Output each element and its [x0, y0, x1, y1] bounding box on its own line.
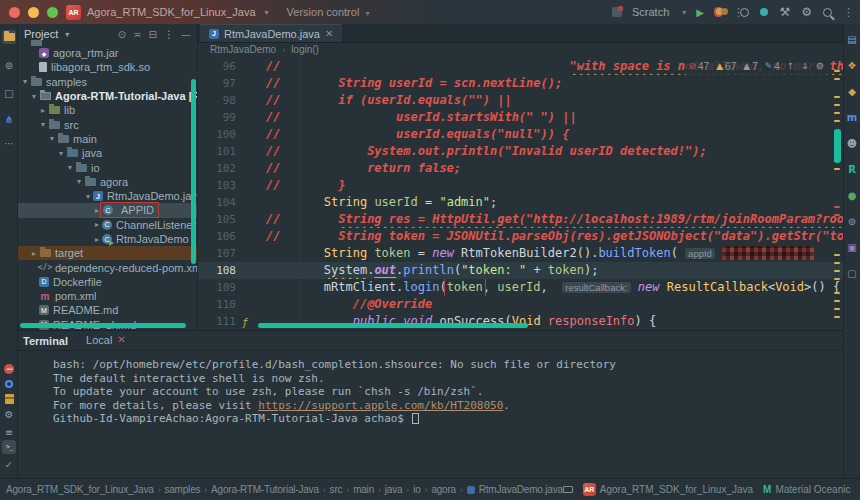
fold-column[interactable] [248, 296, 266, 313]
profile-icon[interactable] [740, 8, 749, 17]
minimize-window-button[interactable] [28, 7, 39, 18]
expand-icon[interactable]: ≍ [133, 29, 141, 40]
line-number[interactable]: 98 [198, 92, 248, 109]
terminal-link[interactable]: https://support.apple.com/kb/HT208050 [258, 399, 503, 412]
tree-expand-icon[interactable]: ▾ [20, 77, 30, 86]
more-actions-icon[interactable]: ⋮ [843, 6, 854, 19]
tree-item-appid[interactable]: ▸CAPPID [18, 203, 197, 217]
error-stripe[interactable] [831, 56, 843, 330]
green-dot-icon[interactable]: ● [845, 188, 859, 202]
locate-icon[interactable]: ⊙ [118, 29, 126, 40]
editor-vertical-scrollbar[interactable] [834, 129, 841, 163]
screenshot-icon[interactable]: ▢ [845, 266, 859, 280]
tree-item-rtmjavademo[interactable]: ▸CRtmJavaDemo [18, 232, 197, 246]
tree-expand-icon[interactable]: ▾ [29, 92, 39, 101]
tree-expand-icon[interactable]: ▾ [74, 177, 84, 186]
zoom-window-button[interactable] [47, 7, 58, 18]
status-breadcrumb-item[interactable]: samples [164, 484, 200, 495]
pull-requests-icon[interactable]: ⋔ [2, 112, 16, 126]
terminal-output[interactable]: bash: /opt/homebrew/etc/profile.d/bash_c… [18, 351, 843, 426]
notifications-icon[interactable]: ⊚ [845, 214, 859, 228]
close-window-button[interactable] [9, 7, 20, 18]
tree-item-readme-md[interactable]: MREADME.md [18, 303, 197, 317]
tree-item-channellistener[interactable]: ▸CChannelListener [18, 218, 197, 232]
tree-expand-icon[interactable]: ▾ [47, 134, 57, 143]
tree-item-agora[interactable]: ▾agora [18, 175, 197, 189]
tree-item-pom-xml[interactable]: mpom.xml [18, 289, 197, 303]
fold-column[interactable] [248, 262, 266, 279]
fold-column[interactable] [248, 160, 266, 177]
options-icon[interactable]: ⋮ [164, 29, 174, 40]
status-theme-widget[interactable]: M Material Oceanic [763, 484, 850, 495]
fold-column[interactable] [248, 92, 266, 109]
purple-tool-icon[interactable]: ▣ [845, 240, 859, 254]
line-number[interactable]: 110 [198, 296, 248, 313]
tree-item-libagora-rtm-sdk-so[interactable]: libagora_rtm_sdk.so [18, 60, 197, 74]
problems-icon[interactable]: − [2, 362, 16, 376]
fold-column[interactable] [248, 245, 266, 262]
status-project-widget[interactable]: AR Agora_RTM_SDK_for_Linux_Java [583, 483, 753, 496]
run-button[interactable]: ▶ [696, 7, 704, 18]
line-number[interactable]: 108 [198, 262, 248, 279]
status-breadcrumb-item[interactable]: RtmJavaDemo.java [479, 484, 563, 495]
collapse-icon[interactable]: ⊟ [149, 29, 157, 40]
tree-expand-icon[interactable]: ▾ [38, 120, 48, 129]
database-icon[interactable]: ▤ [845, 32, 859, 46]
status-breadcrumb-item[interactable]: Agora_RTM_SDK_for_Linux_Java [6, 484, 154, 495]
services-icon[interactable] [2, 377, 16, 391]
code-editor[interactable]: 96// "with space is not allowed, no more… [198, 56, 843, 330]
r-tool-icon[interactable]: R [845, 162, 859, 176]
typos-badge[interactable]: ✎4 [765, 58, 780, 75]
inspections-widget[interactable]: ⊘47▲67▲7✎4↑↓⚙ [686, 58, 827, 75]
packages-icon[interactable] [2, 392, 16, 406]
tree-item-agora-rtm-jar[interactable]: ◆agora_rtm.jar [18, 46, 197, 60]
terminal-icon[interactable]: >_ [2, 440, 16, 454]
tree-item-io[interactable]: ▾io [18, 160, 197, 174]
settings-icon[interactable]: ⚙ [801, 6, 812, 18]
search-icon[interactable] [823, 8, 832, 17]
breadcrumb-method[interactable]: login() [291, 44, 319, 55]
next-problem-icon[interactable]: ↓ [801, 58, 809, 75]
fold-column[interactable] [248, 109, 266, 126]
project-title-widget[interactable]: AR Agora_RTM_SDK_for_Linux_Java ▾ [66, 5, 269, 20]
fold-column[interactable] [248, 279, 266, 296]
fold-column[interactable] [248, 126, 266, 143]
screen-share-icon[interactable] [563, 486, 573, 493]
tree-item-rtmjavademo-java[interactable]: ▾JRtmJavaDemo.java [18, 189, 197, 203]
tree-item-dockerfile[interactable]: DDockerfile [18, 275, 197, 289]
tree-expand-icon[interactable]: ▸ [92, 206, 102, 215]
close-terminal-tab-icon[interactable]: ✕ [117, 334, 125, 345]
line-number[interactable]: 106 [198, 228, 248, 245]
fold-column[interactable] [248, 177, 266, 194]
terminal-tab-local[interactable]: Local ✕ [86, 331, 126, 350]
tree-item-target[interactable]: ▸target [18, 246, 197, 260]
close-tab-icon[interactable]: ✕ [325, 28, 333, 39]
structure-icon[interactable]: □ [2, 86, 16, 100]
version-control-widget[interactable]: Version control ▾ [287, 6, 370, 18]
method-gutter-icon[interactable]: ƒ [242, 314, 248, 330]
line-number[interactable]: 104 [198, 194, 248, 211]
project-panel-title[interactable]: Project [24, 28, 58, 40]
editor-tab[interactable]: J RtmJavaDemo.java ✕ [200, 24, 342, 42]
fold-column[interactable] [248, 194, 266, 211]
line-number[interactable]: 102 [198, 160, 248, 177]
terminal-panel-title[interactable]: Terminal [23, 335, 68, 347]
fold-column[interactable] [248, 228, 266, 245]
tree-expand-icon[interactable]: ▸ [92, 235, 102, 244]
checks-icon[interactable]: ✓ [2, 457, 16, 471]
tree-expand-icon[interactable]: ▾ [56, 149, 66, 158]
code-with-me-icon[interactable] [716, 7, 729, 17]
tools-icon[interactable]: ⚒ [779, 6, 790, 18]
weak-warnings-badge[interactable]: ▲7 [743, 58, 757, 75]
status-breadcrumb-item[interactable]: io [413, 484, 420, 495]
fold-column[interactable] [248, 211, 266, 228]
line-number[interactable]: 96 [198, 58, 248, 75]
hide-icon[interactable]: — [181, 29, 191, 40]
tree-item-lib[interactable]: ▸lib [18, 103, 197, 117]
line-number[interactable]: 107 [198, 245, 248, 262]
commit-icon[interactable]: ⊚ [2, 58, 16, 72]
tree-item-java[interactable]: ▾java [18, 146, 197, 160]
breadcrumb-class[interactable]: RtmJavaDemo [210, 44, 276, 55]
warnings-badge[interactable]: ▲67 [716, 58, 736, 75]
line-number[interactable]: 100 [198, 126, 248, 143]
